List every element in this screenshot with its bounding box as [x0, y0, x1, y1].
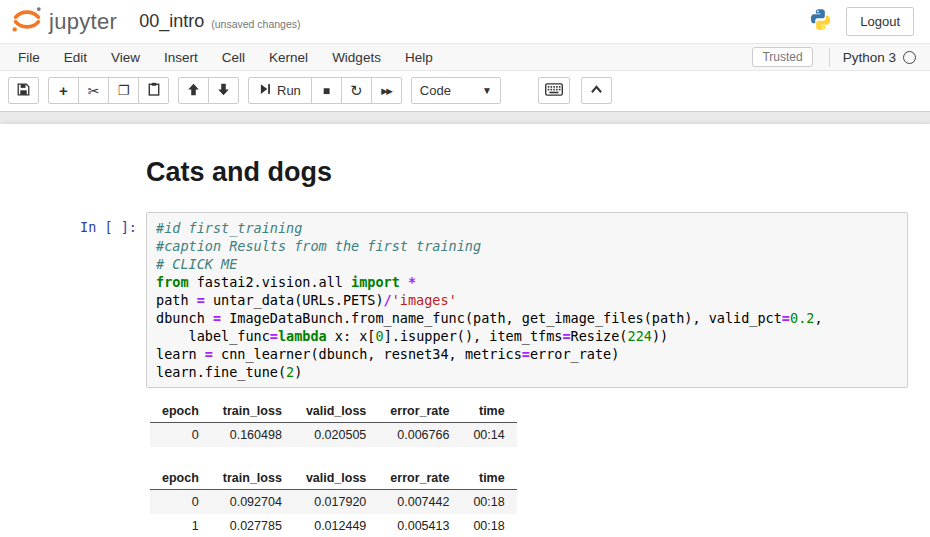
table-cell: 0.160498 [211, 423, 294, 448]
kernel-indicator: Python 3 [829, 48, 924, 67]
code-line: dbunch = ImageDataBunch.from_name_func(p… [156, 309, 898, 327]
paste-cell-button[interactable] [138, 77, 169, 104]
code-line: # CLICK ME [156, 255, 898, 273]
autosave-status: (unsaved changes) [211, 13, 300, 30]
move-cell-down-button[interactable] [208, 77, 239, 104]
interrupt-kernel-button[interactable]: ■ [311, 77, 342, 104]
table-cell: 0.005413 [378, 514, 461, 537]
input-prompt: In [ ]: [0, 212, 146, 537]
code-cell[interactable]: In [ ]: #id first_training#caption Resul… [0, 207, 930, 537]
column-header: valid_loss [294, 400, 378, 423]
keyboard-icon [545, 83, 563, 99]
table-cell: 0.092704 [211, 490, 294, 515]
table-cell: 0.027785 [211, 514, 294, 537]
markdown-prompt [0, 145, 146, 202]
column-header: epoch [150, 400, 211, 423]
copy-cell-button[interactable]: ❐ [108, 77, 139, 104]
menu-edit[interactable]: Edit [52, 45, 99, 70]
restart-run-all-button[interactable]: ▶▶ [371, 77, 402, 104]
trusted-badge[interactable]: Trusted [752, 47, 812, 67]
menu-help[interactable]: Help [393, 45, 445, 70]
menu-file[interactable]: File [6, 45, 52, 70]
arrow-down-icon [217, 83, 230, 99]
toggle-toolbar-button[interactable] [581, 77, 612, 104]
column-header: error_rate [378, 400, 461, 423]
code-line: learn.fine_tune(2) [156, 363, 898, 381]
table-cell: 0.006766 [378, 423, 461, 448]
column-header: time [461, 467, 516, 490]
cell-type-dropdown[interactable]: Code ▼ [411, 77, 501, 104]
save-button[interactable] [8, 77, 39, 104]
add-cell-button[interactable]: + [48, 77, 79, 104]
column-header: time [461, 400, 516, 423]
chevron-down-icon: ▼ [482, 85, 492, 96]
table-cell: 0.012449 [294, 514, 378, 537]
menu-cell[interactable]: Cell [210, 45, 257, 70]
column-header: train_loss [211, 467, 294, 490]
fast-forward-icon: ▶▶ [381, 86, 391, 96]
notebook-container: Cats and dogs In [ ]: #id first_training… [0, 124, 930, 537]
app-window: jupyter 00_intro (unsaved changes) Logou… [0, 0, 930, 537]
run-icon [259, 83, 271, 98]
column-header: epoch [150, 467, 211, 490]
code-line: path = untar_data(URLs.PETS)/'images' [156, 291, 898, 309]
code-editor[interactable]: #id first_training#caption Results from … [146, 212, 908, 388]
command-palette-button[interactable] [538, 77, 570, 104]
table-cell: 0 [150, 490, 211, 515]
chevron-up-icon [590, 83, 603, 98]
table-row: 00.1604980.0205050.00676600:14 [150, 423, 517, 448]
save-icon [17, 83, 30, 99]
table-cell: 00:18 [461, 514, 516, 537]
kernel-idle-icon [903, 51, 916, 64]
table-cell: 1 [150, 514, 211, 537]
markdown-cell[interactable]: Cats and dogs [0, 140, 930, 207]
output-area: epochtrain_lossvalid_losserror_ratetime0… [146, 400, 908, 537]
run-button[interactable]: Run [248, 77, 312, 104]
code-line: learn = cnn_learner(dbunch, resnet34, me… [156, 345, 898, 363]
table-cell: 00:14 [461, 423, 516, 448]
menu-kernel[interactable]: Kernel [257, 45, 320, 70]
table-header-row: epochtrain_lossvalid_losserror_ratetime [150, 467, 517, 490]
menu-insert[interactable]: Insert [152, 45, 210, 70]
plus-icon: + [59, 82, 68, 99]
notebook-background: Cats and dogs In [ ]: #id first_training… [0, 112, 930, 537]
arrow-up-icon [187, 83, 200, 99]
table-row: 00.0927040.0179200.00744200:18 [150, 490, 517, 515]
kernel-name: Python 3 [843, 50, 896, 65]
menubar-right: Trusted Python 3 [752, 47, 924, 67]
code-line: from fastai2.vision.all import * [156, 273, 898, 291]
table-header-row: epochtrain_lossvalid_losserror_ratetime [150, 400, 517, 423]
restart-icon: ↻ [350, 82, 363, 100]
table-cell: 0.017920 [294, 490, 378, 515]
code-line: label_func=lambda x: x[0].isupper(), ite… [156, 327, 898, 345]
cut-cell-button[interactable]: ✂ [78, 77, 109, 104]
copy-icon: ❐ [118, 83, 130, 98]
code-line: #id first_training [156, 219, 898, 237]
table-cell: 0 [150, 423, 211, 448]
stop-icon: ■ [323, 84, 330, 98]
training-results-table: epochtrain_lossvalid_losserror_ratetime0… [150, 400, 517, 447]
menu-view[interactable]: View [99, 45, 152, 70]
code-line: #caption Results from the first training [156, 237, 898, 255]
toolbar: + ✂ ❐ [0, 71, 930, 112]
menubar: File Edit View Insert Cell Kernel Widget… [0, 43, 930, 71]
notebook-title[interactable]: 00_intro [139, 11, 204, 32]
column-header: train_loss [211, 400, 294, 423]
jupyter-logo[interactable]: jupyter [10, 5, 117, 38]
header: jupyter 00_intro (unsaved changes) Logou… [0, 0, 930, 43]
python-logo-icon [809, 8, 832, 35]
logout-button[interactable]: Logout [846, 7, 914, 36]
table-cell: 0.020505 [294, 423, 378, 448]
column-header: error_rate [378, 467, 461, 490]
training-results-table: epochtrain_lossvalid_losserror_ratetime0… [150, 467, 517, 537]
header-right: Logout [809, 7, 914, 36]
table-cell: 00:18 [461, 490, 516, 515]
scissors-icon: ✂ [88, 83, 100, 99]
menu-widgets[interactable]: Widgets [320, 45, 393, 70]
move-cell-up-button[interactable] [178, 77, 209, 104]
column-header: valid_loss [294, 467, 378, 490]
table-cell: 0.007442 [378, 490, 461, 515]
jupyter-wordmark: jupyter [49, 9, 117, 35]
table-row: 10.0277850.0124490.00541300:18 [150, 514, 517, 537]
restart-kernel-button[interactable]: ↻ [341, 77, 372, 104]
